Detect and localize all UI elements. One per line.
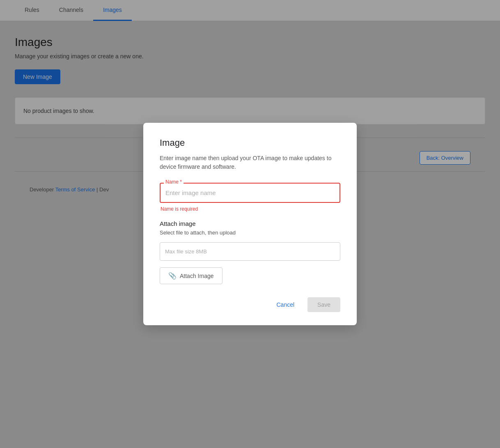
modal-description: Enter image name then upload your OTA im… (160, 154, 340, 171)
cancel-button[interactable]: Cancel (270, 297, 301, 312)
modal-footer: Cancel Save (160, 297, 340, 312)
save-button[interactable]: Save (307, 297, 340, 312)
modal-dialog: Image Enter image name then upload your … (143, 123, 357, 325)
modal-title: Image (160, 138, 340, 148)
modal-overlay[interactable]: Image Enter image name then upload your … (0, 0, 500, 448)
name-field-label: Name * (164, 179, 183, 185)
name-input[interactable] (160, 183, 340, 203)
attach-image-button[interactable]: 📎 Attach Image (160, 267, 222, 284)
paperclip-icon: 📎 (168, 272, 177, 280)
page-container: Rules Channels Images Images Manage your… (0, 0, 500, 448)
attach-button-label: Attach Image (180, 273, 214, 279)
name-error-message: Name is required (161, 206, 340, 212)
file-placeholder-text: Max file size 8MB (165, 248, 207, 255)
file-input-box: Max file size 8MB (160, 242, 340, 261)
attach-section: Attach image Select file to attach, then… (160, 220, 340, 284)
attach-title: Attach image (160, 220, 340, 227)
attach-description: Select file to attach, then upload (160, 230, 340, 236)
name-field-group: Name * (160, 183, 340, 203)
